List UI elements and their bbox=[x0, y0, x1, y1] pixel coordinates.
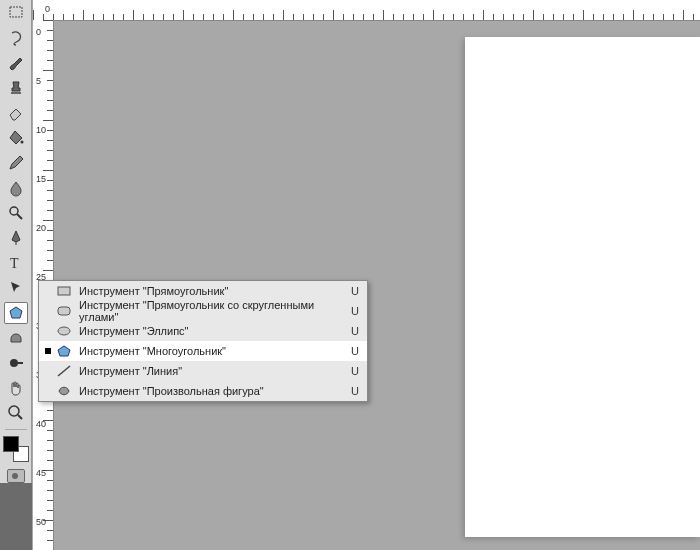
flyout-label: Инструмент "Линия" bbox=[79, 365, 343, 377]
ruler-v-tick: 20 bbox=[36, 224, 46, 233]
flyout-ellipse[interactable]: Инструмент "Эллипс" U bbox=[39, 321, 367, 341]
line-icon bbox=[55, 363, 73, 379]
svg-line-16 bbox=[58, 366, 70, 376]
rectangle-icon bbox=[55, 283, 73, 299]
svg-rect-1 bbox=[11, 92, 21, 94]
toolbar-separator bbox=[5, 429, 27, 430]
ruler-h-marks bbox=[33, 0, 700, 20]
flyout-shortcut: U bbox=[351, 305, 359, 317]
photoshop-workspace: 0 05101520253035404550 T bbox=[0, 0, 700, 550]
svg-text:T: T bbox=[10, 256, 19, 271]
flyout-shortcut: U bbox=[351, 325, 359, 337]
flyout-shortcut: U bbox=[351, 285, 359, 297]
svg-point-14 bbox=[58, 327, 70, 335]
flyout-shortcut: U bbox=[351, 365, 359, 377]
pen-tool[interactable] bbox=[4, 227, 28, 249]
path-select-tool[interactable] bbox=[4, 277, 28, 299]
polygon-icon bbox=[55, 343, 73, 359]
flyout-line[interactable]: Инструмент "Линия" U bbox=[39, 361, 367, 381]
svg-marker-15 bbox=[58, 346, 70, 356]
bucket-tool[interactable] bbox=[4, 127, 28, 149]
toolbar-dark-strip bbox=[0, 483, 32, 550]
dodge-tool[interactable] bbox=[4, 352, 28, 374]
brush-tool[interactable] bbox=[4, 52, 28, 74]
svg-marker-7 bbox=[10, 307, 22, 318]
flyout-custom-shape[interactable]: Инструмент "Произвольная фигура" U bbox=[39, 381, 367, 401]
tools-panel: T bbox=[0, 0, 32, 550]
svg-line-11 bbox=[18, 415, 22, 419]
svg-point-8 bbox=[10, 359, 18, 367]
ruler-v-tick: 10 bbox=[36, 126, 46, 135]
type-tool[interactable]: T bbox=[4, 252, 28, 274]
svg-rect-13 bbox=[58, 307, 70, 315]
document-canvas[interactable] bbox=[465, 37, 700, 537]
ruler-v-tick: 45 bbox=[36, 469, 46, 478]
ruler-horizontal: 0 bbox=[33, 0, 700, 21]
ellipse-icon bbox=[55, 323, 73, 339]
ruler-v-tick: 0 bbox=[36, 28, 41, 37]
flyout-label: Инструмент "Прямоугольник со скругленным… bbox=[79, 299, 343, 323]
zoom-tool[interactable] bbox=[4, 402, 28, 424]
svg-rect-0 bbox=[10, 7, 22, 17]
custom-shape-icon bbox=[55, 383, 73, 399]
svg-rect-12 bbox=[58, 287, 70, 295]
foreground-color[interactable] bbox=[3, 436, 19, 452]
color-swatches[interactable] bbox=[3, 436, 29, 462]
flyout-polygon[interactable]: Инструмент "Многоугольник" U bbox=[39, 341, 367, 361]
svg-point-10 bbox=[9, 406, 19, 416]
flyout-rectangle[interactable]: Инструмент "Прямоугольник" U bbox=[39, 281, 367, 301]
svg-line-4 bbox=[17, 214, 22, 219]
marquee-tool[interactable] bbox=[4, 2, 28, 24]
flyout-label: Инструмент "Многоугольник" bbox=[79, 345, 343, 357]
flyout-shortcut: U bbox=[351, 385, 359, 397]
ruler-v-tick: 5 bbox=[36, 77, 41, 86]
rounded-rectangle-icon bbox=[55, 303, 73, 319]
svg-point-3 bbox=[10, 207, 18, 215]
lasso-tool[interactable] bbox=[4, 27, 28, 49]
blur-tool[interactable] bbox=[4, 177, 28, 199]
shape-tool-flyout: Инструмент "Прямоугольник" U Инструмент … bbox=[38, 280, 368, 402]
flyout-rounded-rectangle[interactable]: Инструмент "Прямоугольник со скругленным… bbox=[39, 301, 367, 321]
ruler-v-tick: 40 bbox=[36, 420, 46, 429]
svg-point-2 bbox=[20, 141, 23, 144]
flyout-label: Инструмент "Эллипс" bbox=[79, 325, 343, 337]
hand-tool[interactable] bbox=[4, 377, 28, 399]
ruler-v-tick: 50 bbox=[36, 518, 46, 527]
sponge-tool[interactable] bbox=[4, 327, 28, 349]
pencil-tool[interactable] bbox=[4, 152, 28, 174]
flyout-shortcut: U bbox=[351, 345, 359, 357]
shape-tool[interactable] bbox=[4, 302, 28, 324]
active-indicator-icon bbox=[45, 348, 51, 354]
magnify-tool[interactable] bbox=[4, 202, 28, 224]
quick-mask-icon bbox=[7, 469, 25, 483]
eraser-tool[interactable] bbox=[4, 102, 28, 124]
flyout-label: Инструмент "Прямоугольник" bbox=[79, 285, 343, 297]
stamp-tool[interactable] bbox=[4, 77, 28, 99]
flyout-label: Инструмент "Произвольная фигура" bbox=[79, 385, 343, 397]
ruler-v-tick: 15 bbox=[36, 175, 46, 184]
